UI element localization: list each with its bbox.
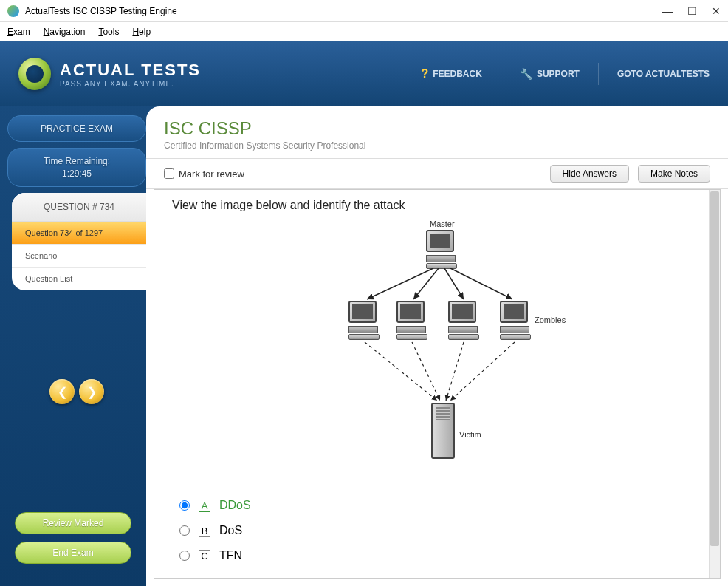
diagram-label-zombies: Zombies — [535, 316, 566, 324]
nav-support[interactable]: 🔧 SUPPORT — [520, 68, 580, 80]
answer-option-c[interactable]: C TFN — [179, 543, 702, 568]
computer-icon — [396, 301, 427, 338]
maximize-button[interactable]: ☐ — [687, 5, 697, 17]
svg-line-4 — [365, 342, 437, 401]
computer-icon — [448, 301, 479, 338]
computer-icon — [426, 230, 457, 267]
svg-line-5 — [412, 342, 440, 401]
sidebar: PRACTICE EXAM Time Remaining: 1:29:45 QU… — [0, 41, 146, 586]
sidebar-item-question[interactable]: Question 734 of 1297 — [12, 222, 146, 245]
mark-review-checkbox[interactable]: Mark for review — [164, 168, 244, 180]
answer-option-a[interactable]: A DDoS — [179, 493, 702, 518]
divider — [598, 63, 599, 85]
answer-letter: C — [199, 550, 210, 562]
divider — [402, 63, 402, 85]
answer-text: DDoS — [219, 499, 251, 512]
app-header: ACTUAL TESTS PASS ANY EXAM. ANYTIME. ? F… — [0, 41, 728, 106]
svg-line-6 — [446, 342, 464, 401]
brand-title: ACTUAL TESTS — [60, 61, 201, 80]
diagram-label-master: Master — [430, 219, 455, 228]
titlebar: ActualTests ISC CISSP Testing Engine — ☐… — [0, 0, 728, 22]
answer-radio-c[interactable] — [179, 551, 190, 561]
exam-title: ISC CISSP — [164, 118, 710, 139]
menu-help[interactable]: Help — [132, 27, 151, 37]
window-title: ActualTests ISC CISSP Testing Engine — [25, 6, 662, 16]
answer-text: DoS — [219, 524, 242, 537]
menu-tools[interactable]: Tools — [98, 27, 119, 37]
computer-icon — [348, 301, 380, 338]
nav-goto-label: GOTO ACTUALTESTS — [617, 69, 710, 79]
sidebar-item-scenario[interactable]: Scenario — [12, 245, 146, 268]
answer-text: TFN — [219, 549, 242, 562]
answer-letter: A — [199, 500, 210, 512]
answer-letter: B — [199, 525, 210, 537]
nav-feedback[interactable]: ? FEEDBACK — [421, 67, 481, 81]
diagram-label-victim: Victim — [459, 430, 481, 439]
end-exam-button[interactable]: End Exam — [15, 542, 131, 564]
top-nav: ? FEEDBACK 🔧 SUPPORT GOTO ACTUALTESTS — [402, 63, 710, 85]
menu-exam[interactable]: Exam — [7, 27, 30, 37]
next-question-button[interactable]: ❯ — [79, 379, 104, 404]
mark-review-label: Mark for review — [179, 168, 244, 180]
answer-radio-b[interactable] — [179, 525, 190, 536]
time-remaining-label: Time Remaining: — [18, 156, 135, 166]
brand-tagline: PASS ANY EXAM. ANYTIME. — [60, 80, 201, 88]
prev-question-button[interactable]: ❮ — [49, 379, 75, 404]
answer-list: A DDoS B DoS C TFN — [179, 493, 702, 568]
question-nav-section: QUESTION # 734 Question 734 of 1297 Scen… — [12, 193, 146, 290]
question-icon: ? — [421, 67, 428, 81]
svg-line-3 — [450, 268, 512, 299]
minimize-button[interactable]: — — [662, 5, 673, 17]
question-toolbar: Mark for review Hide Answers Make Notes — [146, 159, 728, 189]
svg-line-7 — [450, 342, 515, 401]
answer-option-b[interactable]: B DoS — [179, 518, 702, 543]
attack-diagram: Master Zombies Victim — [319, 219, 555, 471]
hide-answers-button[interactable]: Hide Answers — [550, 165, 629, 183]
answer-radio-a[interactable] — [179, 500, 190, 511]
main-panel: ISC CISSP Certified Information Systems … — [146, 106, 728, 586]
mark-review-input[interactable] — [164, 168, 174, 179]
nav-support-label: SUPPORT — [537, 69, 580, 79]
practice-exam-pill[interactable]: PRACTICE EXAM — [7, 115, 146, 142]
computer-icon — [500, 301, 531, 338]
menu-navigation[interactable]: Navigation — [44, 27, 86, 37]
divider — [501, 63, 501, 85]
exam-header: ISC CISSP Certified Information Systems … — [146, 106, 728, 159]
wrench-icon: 🔧 — [520, 68, 532, 80]
question-number-header: QUESTION # 734 — [12, 193, 146, 222]
svg-line-2 — [444, 268, 464, 299]
menubar: Exam Navigation Tools Help — [0, 22, 728, 41]
question-content[interactable]: View the image below and identify the at… — [154, 189, 721, 579]
nav-goto-site[interactable]: GOTO ACTUALTESTS — [617, 69, 710, 79]
logo-icon — [18, 58, 51, 90]
practice-exam-label: PRACTICE EXAM — [18, 123, 135, 134]
question-text: View the image below and identify the at… — [172, 199, 702, 212]
svg-line-1 — [413, 268, 439, 299]
svg-line-0 — [367, 268, 433, 299]
time-remaining-pill: Time Remaining: 1:29:45 — [7, 148, 146, 187]
sidebar-item-question-list[interactable]: Question List — [12, 268, 146, 290]
app-icon — [7, 5, 19, 17]
nav-feedback-label: FEEDBACK — [433, 69, 482, 79]
exam-subtitle: Certified Information Systems Security P… — [164, 140, 710, 151]
close-button[interactable]: ✕ — [712, 5, 721, 17]
tower-icon — [431, 403, 455, 459]
make-notes-button[interactable]: Make Notes — [638, 165, 710, 183]
scrollbar[interactable] — [709, 190, 721, 578]
nav-arrows: ❮ ❯ — [7, 379, 146, 404]
time-remaining-value: 1:29:45 — [18, 168, 135, 179]
window-controls: — ☐ ✕ — [662, 5, 721, 17]
review-marked-button[interactable]: Review Marked — [15, 512, 131, 534]
logo: ACTUAL TESTS PASS ANY EXAM. ANYTIME. — [18, 58, 201, 90]
scrollbar-thumb[interactable] — [710, 191, 719, 546]
